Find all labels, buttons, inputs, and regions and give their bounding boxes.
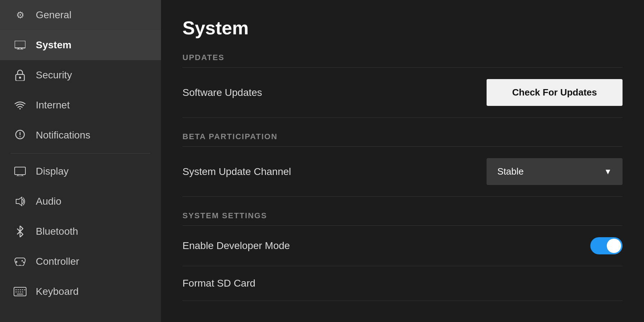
svg-point-10 [20,136,21,137]
toggle-thumb [607,239,621,253]
channel-dropdown[interactable]: Stable ▼ [487,158,623,185]
controller-icon [13,254,27,269]
sidebar-item-keyboard[interactable]: Keyboard [0,277,161,307]
sidebar-item-display[interactable]: Display [0,156,161,186]
bluetooth-icon [13,224,27,239]
notification-icon [13,128,27,142]
svg-rect-1 [15,41,25,48]
developer-mode-row: Enable Developer Mode [182,226,623,266]
sidebar-item-label: Controller [36,256,79,267]
sidebar-item-label: Display [36,166,69,177]
svg-point-7 [19,108,21,109]
sidebar-item-general[interactable]: ⚙ General [0,0,161,30]
sidebar-item-label: Notifications [36,130,91,141]
sidebar-item-controller[interactable]: Controller [0,247,161,277]
page-title: System [182,17,623,39]
svg-rect-11 [15,167,25,175]
svg-point-6 [19,77,21,79]
display-icon [13,164,27,179]
gear-icon: ⚙ [13,8,27,22]
format-sd-card-row: Format SD Card [182,266,623,301]
sidebar-item-system[interactable]: System [0,30,161,60]
sidebar-item-label: Internet [36,99,70,111]
developer-mode-toggle[interactable] [590,237,623,254]
software-updates-label: Software Updates [182,87,262,98]
svg-point-18 [21,260,23,262]
beta-section-label: BETA PARTICIPATION [182,132,623,147]
updates-section: UPDATES Software Updates Check For Updat… [182,53,623,118]
audio-icon [13,194,27,209]
sidebar-item-label: Keyboard [36,286,79,297]
developer-mode-label: Enable Developer Mode [182,240,290,252]
main-content: System UPDATES Software Updates Check Fo… [161,0,644,322]
format-sd-card-label: Format SD Card [182,278,255,289]
system-update-channel-row: System Update Channel Stable ▼ [182,147,623,197]
sidebar-item-audio[interactable]: Audio [0,186,161,216]
sidebar-item-label: System [36,39,72,51]
sidebar-item-label: Bluetooth [36,226,78,237]
chevron-down-icon: ▼ [604,167,612,176]
sidebar-item-bluetooth[interactable]: Bluetooth [0,216,161,247]
sidebar-item-internet[interactable]: Internet [0,90,161,120]
beta-section: BETA PARTICIPATION System Update Channel… [182,132,623,197]
software-updates-row: Software Updates Check For Updates [182,68,623,118]
lock-icon [13,68,27,82]
sidebar-divider [11,153,150,153]
svg-point-19 [23,262,24,263]
toggle-track [590,237,623,254]
check-for-updates-button[interactable]: Check For Updates [487,79,623,106]
sidebar-item-label: Security [36,69,72,81]
wifi-icon [13,98,27,112]
svg-rect-0 [15,41,25,48]
system-settings-section: SYSTEM SETTINGS Enable Developer Mode Fo… [182,211,623,301]
sidebar-item-label: General [36,9,72,21]
system-settings-section-label: SYSTEM SETTINGS [182,211,623,226]
system-update-channel-label: System Update Channel [182,166,291,177]
monitor-icon [13,38,27,52]
keyboard-icon [13,284,27,299]
sidebar-item-notifications[interactable]: Notifications [0,120,161,150]
channel-dropdown-value: Stable [497,166,524,177]
updates-section-label: UPDATES [182,53,623,68]
svg-marker-15 [16,197,22,206]
sidebar-item-security[interactable]: Security [0,60,161,90]
sidebar-item-label: Audio [36,196,62,207]
sidebar: ⚙ General System Security [0,0,161,322]
